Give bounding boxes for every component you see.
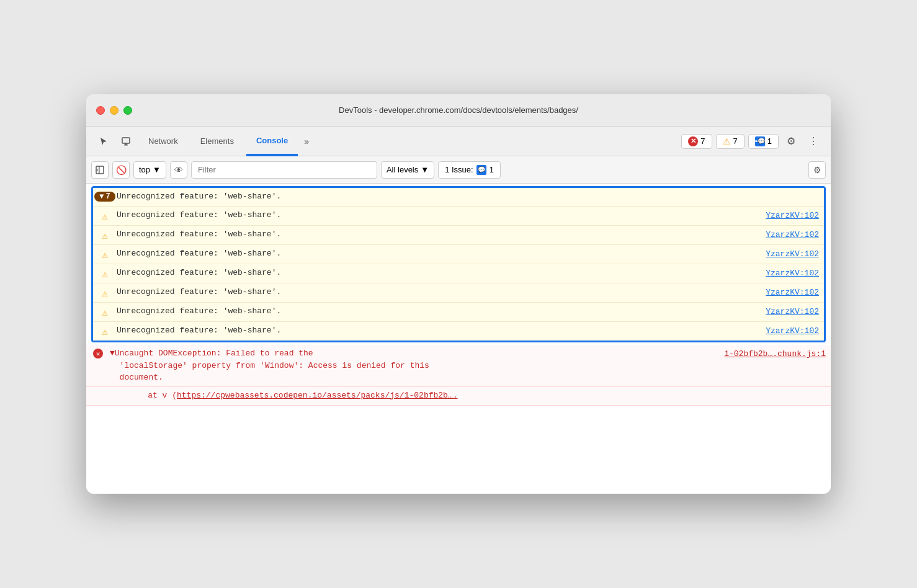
devtools-window: DevTools - developer.chrome.com/docs/dev…	[86, 94, 831, 494]
svg-rect-0	[122, 138, 130, 143]
clear-console-button[interactable]: 🚫	[112, 161, 130, 179]
svg-rect-2	[125, 143, 127, 145]
close-button[interactable]	[96, 106, 105, 115]
group-header-text: Unrecognized feature: 'web-share'.	[117, 190, 819, 203]
svg-rect-1	[124, 145, 128, 146]
warn-link-4[interactable]: YzarzKV:102	[766, 269, 819, 278]
error-link[interactable]: 1-02bfb2b….chunk.js:1	[724, 349, 826, 359]
error-row: ✕ ▼Uncaught DOMException: Failed to read…	[86, 345, 831, 387]
warn-text-5: Unrecognized feature: 'web-share'.	[117, 286, 761, 298]
cursor-icon[interactable]	[94, 131, 114, 151]
tab-elements[interactable]: Elements	[190, 131, 244, 151]
warn-link-5[interactable]: YzarzKV:102	[766, 288, 819, 297]
msg-icon: 💬	[755, 136, 765, 146]
error-icon: ✕	[688, 136, 698, 146]
eye-icon[interactable]: 👁	[170, 161, 187, 179]
tab-network[interactable]: Network	[138, 131, 188, 151]
warn-icon-5: ⚠	[98, 287, 112, 300]
warn-row-3: ⚠ Unrecognized feature: 'web-share'. Yza…	[93, 245, 824, 264]
warn-link-3[interactable]: YzarzKV:102	[766, 249, 819, 259]
warn-text-1: Unrecognized feature: 'web-share'.	[117, 209, 761, 221]
error-main-text: Uncaught DOMException: Failed to read th…	[110, 349, 429, 382]
devtools-tabbar: Network Elements Console » ✕ 7 ⚠ 7	[86, 127, 831, 156]
context-dropdown-icon: ▼	[153, 165, 161, 174]
inspect-icon[interactable]	[116, 131, 136, 151]
warn-row-4: ⚠ Unrecognized feature: 'web-share'. Yza…	[93, 264, 824, 283]
group-count: 7	[106, 192, 110, 201]
warning-group-box: ▼ 7 Unrecognized feature: 'web-share'. ⚠…	[91, 186, 826, 342]
warn-icon-2: ⚠	[98, 229, 112, 242]
error-expand-icon[interactable]: ▼	[110, 349, 115, 358]
filter-input[interactable]	[191, 161, 377, 179]
msg-badge[interactable]: 💬 1	[748, 134, 779, 149]
error-sub-link[interactable]: https://cpwebassets.codepen.io/assets/pa…	[177, 391, 457, 400]
group-collapse-icon[interactable]: ▼ 7	[98, 192, 112, 202]
warn-row-6: ⚠ Unrecognized feature: 'web-share'. Yza…	[93, 303, 824, 322]
error-count: 7	[700, 136, 705, 146]
svg-rect-5	[99, 166, 100, 174]
titlebar: DevTools - developer.chrome.com/docs/dev…	[86, 94, 831, 127]
group-chevron-icon: ▼	[99, 192, 104, 201]
warn-text-3: Unrecognized feature: 'web-share'.	[117, 247, 761, 260]
warn-icon: ⚠	[723, 136, 731, 146]
svg-rect-3	[755, 140, 757, 142]
warn-icon-1: ⚠	[98, 210, 112, 223]
warn-text-6: Unrecognized feature: 'web-share'.	[117, 305, 761, 318]
warn-icon-7: ⚠	[98, 326, 112, 338]
warn-icon-4: ⚠	[98, 268, 112, 280]
warn-count: 7	[733, 136, 738, 146]
warn-link-2[interactable]: YzarzKV:102	[766, 230, 819, 239]
tab-console[interactable]: Console	[246, 127, 298, 156]
settings-icon[interactable]: ⚙	[781, 131, 801, 151]
warn-row-5: ⚠ Unrecognized feature: 'web-share'. Yza…	[93, 283, 824, 303]
warn-row-2: ⚠ Unrecognized feature: 'web-share'. Yza…	[93, 226, 824, 245]
more-tabs-button[interactable]: »	[300, 134, 313, 149]
levels-chevron-icon: ▼	[421, 165, 429, 174]
warn-link-1[interactable]: YzarzKV:102	[766, 211, 819, 220]
warn-icon-3: ⚠	[98, 249, 112, 261]
maximize-button[interactable]	[123, 106, 132, 115]
console-content: ▼ 7 Unrecognized feature: 'web-share'. ⚠…	[86, 184, 831, 494]
console-toolbar: 🚫 top ▼ 👁 All levels ▼ 1 Issue: 💬 1 ⚙	[86, 156, 831, 184]
svg-marker-6	[97, 169, 98, 171]
warn-link-7[interactable]: YzarzKV:102	[766, 326, 819, 336]
warn-link-6[interactable]: YzarzKV:102	[766, 307, 819, 316]
warn-text-4: Unrecognized feature: 'web-share'.	[117, 267, 761, 279]
warn-text-7: Unrecognized feature: 'web-share'.	[117, 324, 761, 337]
error-badge[interactable]: ✕ 7	[681, 134, 712, 149]
error-icon-row: ✕	[91, 349, 105, 359]
sidebar-toggle-button[interactable]	[91, 161, 109, 179]
issues-msg-icon: 💬	[476, 165, 486, 175]
msg-count: 1	[767, 136, 772, 146]
window-title: DevTools - developer.chrome.com/docs/dev…	[339, 105, 578, 115]
group-header-row[interactable]: ▼ 7 Unrecognized feature: 'web-share'.	[93, 188, 824, 207]
minimize-button[interactable]	[110, 106, 119, 115]
traffic-lights	[96, 106, 132, 115]
warn-row-7: ⚠ Unrecognized feature: 'web-share'. Yza…	[93, 322, 824, 341]
warn-icon-6: ⚠	[98, 306, 112, 319]
error-subrow: at v (https://cpwebassets.codepen.io/ass…	[86, 387, 831, 406]
error-text: ▼Uncaught DOMException: Failed to read t…	[110, 347, 719, 384]
error-subtext: at v (https://cpwebassets.codepen.io/ass…	[109, 390, 826, 402]
log-levels-selector[interactable]: All levels ▼	[381, 161, 434, 179]
warn-row-1: ⚠ Unrecognized feature: 'web-share'. Yza…	[93, 207, 824, 226]
warn-badge[interactable]: ⚠ 7	[716, 134, 745, 149]
console-settings-icon[interactable]: ⚙	[808, 161, 826, 179]
issues-button[interactable]: 1 Issue: 💬 1	[438, 161, 501, 179]
context-selector[interactable]: top ▼	[133, 161, 166, 179]
warn-text-2: Unrecognized feature: 'web-share'.	[117, 228, 761, 241]
more-options-icon[interactable]: ⋮	[803, 131, 823, 151]
badge-group: ✕ 7 ⚠ 7 💬 1	[681, 134, 779, 149]
